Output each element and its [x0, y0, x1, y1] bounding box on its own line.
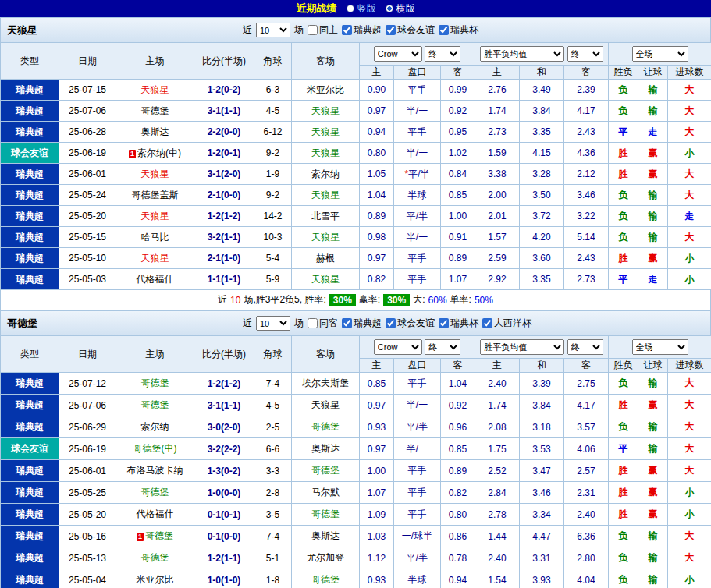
away-team[interactable]: 尤尔加登 — [292, 547, 360, 569]
home-team[interactable]: 哥德堡 — [116, 101, 194, 122]
away-team[interactable]: 哥德堡 — [292, 416, 360, 438]
league-filter[interactable]: 瑞典杯 — [439, 317, 478, 330]
radio-unselected-icon[interactable] — [347, 5, 354, 12]
home-team[interactable]: 代格福什 — [116, 269, 194, 290]
match-score[interactable]: 2-1(1-0) — [194, 248, 254, 269]
league-filter[interactable]: 瑞典杯 — [439, 23, 478, 37]
home-team[interactable]: 布洛马波卡纳 — [116, 460, 194, 482]
match-score[interactable]: 1-2(1-1) — [194, 547, 254, 569]
home-team[interactable]: 代格福什 — [116, 504, 194, 526]
match-score[interactable]: 2-2(0-0) — [194, 122, 254, 143]
match-score[interactable]: 0-1(0-0) — [194, 526, 254, 547]
radio-selected-icon[interactable] — [386, 5, 393, 12]
match-score[interactable]: 1-0(1-0) — [194, 569, 254, 588]
avg-home-odds: 2.40 — [475, 373, 520, 395]
layout-vertical-option[interactable]: 竖版 — [347, 2, 376, 16]
match-score[interactable]: 1-2(1-2) — [194, 206, 254, 227]
away-team[interactable]: 天狼星 — [292, 143, 360, 164]
league-filter[interactable]: 球会友谊 — [386, 23, 435, 37]
away-team[interactable]: 天狼星 — [292, 185, 360, 206]
match-count-select[interactable]: 10 — [256, 23, 290, 37]
avg-stage-select[interactable]: 终 — [567, 46, 603, 62]
league-filter[interactable]: 大西洋杯 — [482, 317, 531, 330]
away-team[interactable]: 索尔纳 — [292, 164, 360, 185]
away-team[interactable]: 哥德堡 — [292, 460, 360, 482]
league-filter[interactable]: 瑞典超 — [342, 317, 382, 330]
away-team[interactable]: 天狼星 — [292, 269, 360, 290]
match-score[interactable]: 0-1(0-1) — [194, 504, 254, 526]
away-team[interactable]: 天狼星 — [292, 395, 360, 416]
avg-type-select[interactable]: 胜平负均值 — [480, 339, 564, 355]
goals-outcome: 大 — [668, 101, 711, 122]
away-team[interactable]: 埃尔夫斯堡 — [292, 373, 360, 395]
match-score[interactable]: 3-1(2-0) — [194, 164, 254, 185]
bookmaker-select[interactable]: Crow — [374, 46, 422, 62]
home-team[interactable]: 哥德堡 — [116, 547, 194, 569]
home-team[interactable]: 哥德堡 — [116, 395, 194, 416]
home-team[interactable]: 天狼星 — [116, 248, 194, 269]
home-team[interactable]: 天狼星 — [116, 80, 194, 101]
league-filter-checkbox[interactable] — [308, 25, 318, 35]
match-score[interactable]: 1-0(0-0) — [194, 482, 254, 504]
league-filter-checkbox[interactable] — [342, 25, 352, 35]
near-label: 近 — [243, 317, 252, 330]
home-team[interactable]: 哥德堡 — [116, 482, 194, 504]
league-filter[interactable]: 同主 — [308, 23, 338, 37]
match-count-select[interactable]: 10 — [256, 316, 290, 331]
home-team[interactable]: 奥斯达 — [116, 122, 194, 143]
avg-type-select[interactable]: 胜平负均值 — [480, 46, 564, 62]
match-score[interactable]: 1-3(0-2) — [194, 460, 254, 482]
match-score[interactable]: 1-1(1-1) — [194, 269, 254, 290]
match-score[interactable]: 1-2(0-2) — [194, 80, 254, 101]
league-filter-checkbox[interactable] — [386, 25, 396, 35]
home-team[interactable]: 哈马比 — [116, 227, 194, 248]
match-score[interactable]: 3-1(1-1) — [194, 395, 254, 416]
match-score[interactable]: 3-1(1-1) — [194, 101, 254, 122]
asian-stage-select[interactable]: 终 — [425, 46, 460, 62]
scope-select[interactable]: 全场 — [632, 46, 688, 62]
away-team[interactable]: 马尔默 — [292, 482, 360, 504]
away-team[interactable]: 天狼星 — [292, 101, 360, 122]
away-team[interactable]: 奥斯达 — [292, 526, 360, 547]
league-filter[interactable]: 同客 — [308, 317, 338, 330]
home-team[interactable]: 哥德堡(中) — [116, 438, 194, 460]
bookmaker-select[interactable]: Crow — [374, 339, 422, 355]
league-filter-checkbox[interactable] — [342, 318, 352, 328]
league-filter-checkbox[interactable] — [308, 318, 318, 328]
layout-horizontal-option[interactable]: 横版 — [386, 2, 415, 16]
match-score[interactable]: 3-2(1-1) — [194, 227, 254, 248]
home-team[interactable]: 哥德堡 — [116, 373, 194, 395]
avg-home-odds: 2.40 — [475, 547, 520, 569]
home-team[interactable]: 天狼星 — [116, 206, 194, 227]
asian-stage-select[interactable]: 终 — [425, 339, 460, 355]
match-score[interactable]: 2-1(0-0) — [194, 185, 254, 206]
home-team[interactable]: 哥德堡盖斯 — [116, 185, 194, 206]
avg-home-odds: 1.74 — [475, 395, 520, 416]
league-filter-checkbox[interactable] — [482, 318, 492, 328]
away-team[interactable]: 天狼星 — [292, 122, 360, 143]
scope-select[interactable]: 全场 — [632, 339, 688, 355]
away-team[interactable]: 哥德堡 — [292, 569, 360, 588]
home-team[interactable]: 米亚尔比 — [116, 569, 194, 588]
away-team[interactable]: 米亚尔比 — [292, 80, 360, 101]
away-team[interactable]: 赫根 — [292, 248, 360, 269]
away-team[interactable]: 奥斯达 — [292, 438, 360, 460]
league-filter-checkbox[interactable] — [439, 25, 449, 35]
league-filter-checkbox[interactable] — [386, 318, 396, 328]
away-team[interactable]: 天狼星 — [292, 227, 360, 248]
match-score[interactable]: 1-2(1-2) — [194, 373, 254, 395]
home-team[interactable]: 1索尔纳(中) — [116, 143, 194, 164]
match-score[interactable]: 1-2(0-1) — [194, 143, 254, 164]
match-score[interactable]: 3-0(2-0) — [194, 416, 254, 438]
home-team[interactable]: 索尔纳 — [116, 416, 194, 438]
league-filter-checkbox[interactable] — [439, 318, 449, 328]
avg-stage-select[interactable]: 终 — [567, 339, 603, 355]
match-score[interactable]: 3-2(2-2) — [194, 438, 254, 460]
league-filter[interactable]: 瑞典超 — [342, 23, 382, 37]
league-filter[interactable]: 球会友谊 — [386, 317, 435, 330]
away-team[interactable]: 北雪平 — [292, 206, 360, 227]
home-team[interactable]: 天狼星 — [116, 164, 194, 185]
away-team[interactable]: 哥德堡 — [292, 504, 360, 526]
home-team[interactable]: 1哥德堡 — [116, 526, 194, 547]
asian-away-odds: 0.78 — [441, 547, 475, 569]
